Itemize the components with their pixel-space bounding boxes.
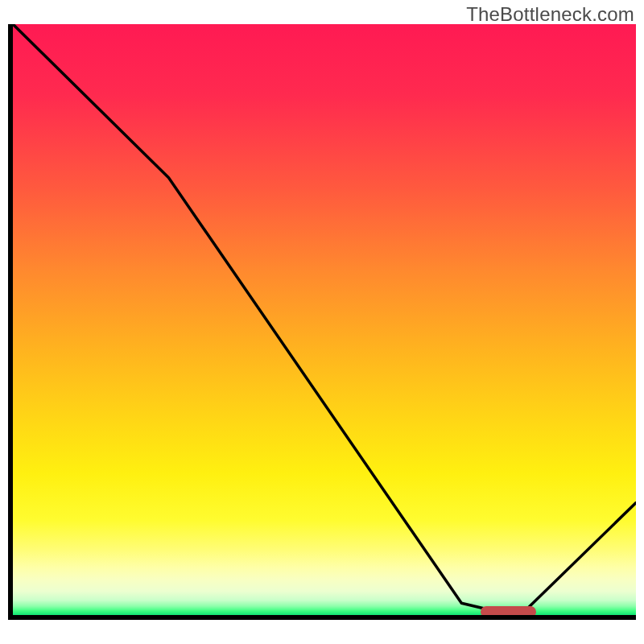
x-axis bbox=[8, 615, 636, 620]
plot-area bbox=[13, 24, 636, 615]
chart-frame: TheBottleneck.com bbox=[0, 0, 644, 644]
watermark-text: TheBottleneck.com bbox=[466, 3, 634, 26]
optimal-range-marker bbox=[481, 606, 537, 615]
bottleneck-curve bbox=[13, 24, 636, 615]
